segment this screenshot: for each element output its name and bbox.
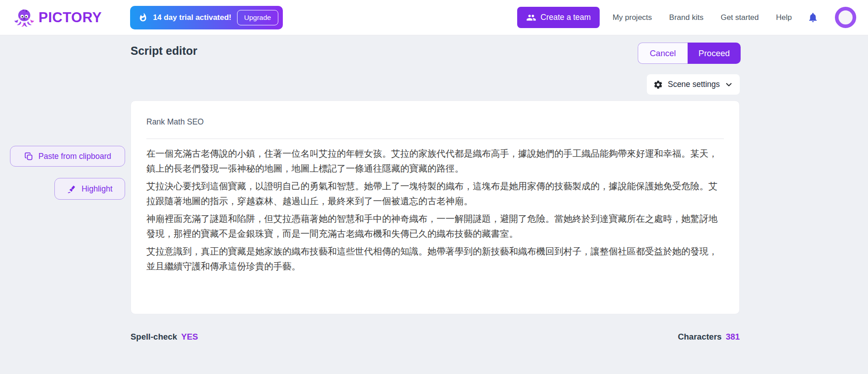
chevron-down-icon [724, 80, 733, 89]
characters-value: 381 [726, 332, 740, 341]
divider [146, 139, 724, 139]
script-paragraph[interactable]: 艾拉決心要找到這個寶藏，以證明自己的勇氣和智慧。她帶上了一塊特製的織布，這塊布是… [146, 179, 724, 209]
create-team-label: Create a team [541, 13, 591, 22]
pictory-logo[interactable]: PICTORY [14, 7, 102, 28]
octopus-logo-icon [14, 7, 35, 28]
script-card[interactable]: Rank Math SEO 在一個充滿古老傳說的小鎮，住著一位名叫艾拉的年輕女孩… [131, 101, 740, 314]
copy-icon [24, 152, 34, 161]
spell-check-label: Spell-check [131, 332, 177, 341]
highlight-label: Highlight [82, 184, 112, 194]
script-paragraph[interactable]: 神廟裡面充滿了謎題和陷阱，但艾拉憑藉著她的智慧和手中的神奇織布，一一解開謎題，避… [146, 211, 724, 241]
character-count: Characters381 [678, 332, 740, 342]
notification-bell-icon[interactable] [807, 12, 819, 23]
script-editor-page: Script editor Cancel Proceed Scene setti… [0, 35, 868, 374]
nav-get-started[interactable]: Get started [721, 13, 759, 22]
script-paragraph[interactable]: 在一個充滿古老傳說的小鎮，住著一位名叫艾拉的年輕女孩。艾拉的家族代代都是織布高手… [146, 146, 724, 176]
trial-banner: 14 day trial activated! Upgrade [130, 6, 283, 29]
top-nav: My projects Brand kits Get started Help [612, 13, 792, 22]
create-team-button[interactable]: Create a team [517, 7, 600, 28]
upgrade-button[interactable]: Upgrade [237, 10, 278, 25]
nav-help[interactable]: Help [776, 13, 792, 22]
highlight-button[interactable]: Highlight [54, 178, 125, 200]
cancel-proceed-group: Cancel Proceed [638, 43, 741, 64]
nav-brand-kits[interactable]: Brand kits [669, 13, 703, 22]
brand-name: PICTORY [39, 10, 102, 26]
scene-settings-label: Scene settings [668, 80, 720, 89]
spell-check-value[interactable]: YES [181, 332, 198, 341]
page-title: Script editor [131, 44, 197, 58]
nav-my-projects[interactable]: My projects [612, 13, 652, 22]
flame-icon [138, 13, 148, 22]
gear-icon [653, 80, 663, 90]
people-icon [526, 13, 536, 23]
spell-check-status: Spell-checkYES [131, 332, 198, 342]
user-avatar[interactable] [835, 7, 856, 28]
top-header: PICTORY 14 day trial activated! Upgrade … [0, 0, 868, 35]
proceed-button[interactable]: Proceed [688, 43, 741, 64]
script-paragraph[interactable]: 艾拉意識到，真正的寶藏是她家族的織布技藝和這些世代相傳的知識。她帶著學到的新技藝… [146, 244, 724, 274]
paste-from-clipboard-button[interactable]: Paste from clipboard [10, 146, 125, 167]
highlighter-icon [67, 184, 77, 194]
trial-text: 14 day trial activated! [153, 13, 232, 22]
script-body[interactable]: 在一個充滿古老傳說的小鎮，住著一位名叫艾拉的年輕女孩。艾拉的家族代代都是織布高手… [146, 146, 724, 274]
cancel-button[interactable]: Cancel [638, 43, 688, 64]
characters-label: Characters [678, 332, 722, 341]
scene-settings-dropdown[interactable]: Scene settings [647, 74, 740, 95]
paste-from-clipboard-label: Paste from clipboard [39, 152, 112, 161]
script-title[interactable]: Rank Math SEO [146, 117, 724, 127]
